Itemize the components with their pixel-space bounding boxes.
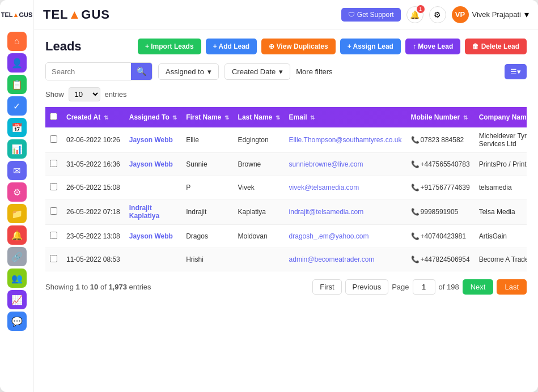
email-link[interactable]: Ellie.Thompson@southamtyres.co.uk bbox=[289, 136, 402, 144]
leads-table-wrapper: Created At ⇅ Assigned To ⇅ First Name ⇅ … bbox=[45, 107, 527, 271]
support-icon[interactable]: 💬 bbox=[7, 312, 27, 331]
notifications-button[interactable]: 🔔 1 bbox=[406, 6, 423, 23]
chevron-down-icon: ▾ bbox=[279, 67, 283, 76]
more-filters-link[interactable]: More filters bbox=[296, 67, 332, 76]
col-mobile: Mobile Number ⇅ bbox=[406, 107, 475, 127]
assign-lead-button[interactable]: + Assign Lead bbox=[340, 39, 401, 54]
cell-first-name: Indrajit bbox=[181, 199, 233, 225]
cell-email[interactable]: vivek@telsamedia.com bbox=[285, 176, 406, 199]
cell-company: Telsa Media bbox=[475, 199, 527, 225]
view-duplicates-button[interactable]: ⊕ View Duplicates bbox=[261, 39, 335, 54]
user-name: Vivek Prajapati bbox=[472, 10, 521, 19]
first-page-button[interactable]: First bbox=[312, 279, 341, 295]
delete-lead-button[interactable]: 🗑 Delete Lead bbox=[465, 39, 527, 54]
cell-last-name: Browne bbox=[234, 153, 285, 176]
cell-first-name: Ellie bbox=[181, 127, 233, 153]
cell-created-at: 11-05-2022 08:53 bbox=[62, 248, 125, 271]
leads-icon[interactable]: 📋 bbox=[7, 75, 27, 94]
cell-assigned-to bbox=[125, 176, 181, 199]
col-assigned-to: Assigned To ⇅ bbox=[125, 107, 181, 127]
cell-mobile: 📞+447824506954 bbox=[406, 248, 475, 271]
table-row: 26-05-2022 15:08 P Vivek vivek@telsamedi… bbox=[45, 176, 527, 199]
row-checkbox[interactable] bbox=[50, 207, 57, 215]
page-header: Leads + Import Leads + Add Lead ⊕ View D… bbox=[45, 39, 527, 54]
row-checkbox[interactable] bbox=[50, 160, 57, 167]
emails-icon[interactable]: ✉ bbox=[7, 161, 27, 180]
table-row: 11-05-2022 08:53 Hrishi admin@becomeatra… bbox=[45, 248, 527, 271]
settings-icon[interactable]: ⚙ bbox=[7, 182, 27, 202]
sidebar: TEL▲GUS ⌂ 👤 📋 ✓ 📅 📊 ✉ ⚙ 📁 🔔 🔗 👥 📈 💬 bbox=[0, 0, 34, 392]
search-button[interactable]: 🔍 bbox=[131, 63, 152, 80]
search-input[interactable] bbox=[46, 63, 131, 80]
row-checkbox[interactable] bbox=[50, 135, 57, 143]
cell-company: telsamedia bbox=[475, 176, 527, 199]
row-checkbox[interactable] bbox=[50, 183, 57, 190]
email-link[interactable]: indrajit@telsamedia.com bbox=[289, 208, 364, 216]
support-icon-small: 🛡 bbox=[348, 11, 355, 19]
col-email: Email ⇅ bbox=[285, 107, 406, 127]
prev-page-button[interactable]: Previous bbox=[345, 279, 389, 295]
cell-created-at: 02-06-2022 10:26 bbox=[62, 127, 125, 153]
filter-bar: 🔍 Assigned to ▾ Created Date ▾ More filt… bbox=[45, 62, 527, 80]
cell-mobile: 📞9998591905 bbox=[406, 199, 475, 225]
content-area: Leads + Import Leads + Add Lead ⊕ View D… bbox=[34, 29, 538, 392]
contacts-icon[interactable]: 👤 bbox=[7, 53, 27, 73]
settings-button[interactable]: ⚙ bbox=[429, 6, 446, 23]
assigned-to-filter[interactable]: Assigned to ▾ bbox=[158, 63, 219, 80]
calendar-icon[interactable]: 📅 bbox=[7, 118, 27, 137]
pagination-controls: First Previous Page of 198 Next Last bbox=[312, 279, 527, 295]
cell-email[interactable]: Ellie.Thompson@southamtyres.co.uk bbox=[285, 127, 406, 153]
select-all-checkbox[interactable] bbox=[50, 113, 57, 120]
table-row: 31-05-2022 16:36 Jayson Webb Sunnie Brow… bbox=[45, 153, 527, 176]
avatar: VP bbox=[452, 6, 469, 23]
chevron-down-icon: ▾ bbox=[524, 9, 529, 20]
entries-select[interactable]: 10 25 50 100 bbox=[69, 87, 100, 101]
cell-email[interactable]: indrajit@telsamedia.com bbox=[285, 199, 406, 225]
cell-email[interactable]: dragosh_.em@yahoo.com bbox=[285, 225, 406, 248]
cell-email[interactable]: sunniebrowne@live.com bbox=[285, 153, 406, 176]
cell-created-at: 26-05-2022 07:18 bbox=[62, 199, 125, 225]
user-menu[interactable]: VP Vivek Prajapati ▾ bbox=[452, 6, 529, 23]
cell-assigned-to: Jayson Webb bbox=[125, 225, 181, 248]
cell-first-name: Sunnie bbox=[181, 153, 233, 176]
topbar-right: 🛡 Get Support 🔔 1 ⚙ VP Vivek Prajapati ▾ bbox=[341, 6, 529, 23]
notifications-icon[interactable]: 🔔 bbox=[7, 225, 27, 245]
row-checkbox[interactable] bbox=[50, 232, 57, 239]
reports-icon[interactable]: 📊 bbox=[7, 139, 27, 159]
add-lead-button[interactable]: + Add Lead bbox=[206, 39, 257, 54]
home-icon[interactable]: ⌂ bbox=[7, 32, 27, 51]
page-number-input[interactable] bbox=[413, 279, 435, 295]
cell-email[interactable]: admin@becomeatrader.com bbox=[285, 248, 406, 271]
created-date-filter[interactable]: Created Date ▾ bbox=[224, 63, 290, 80]
row-checkbox[interactable] bbox=[50, 255, 57, 262]
next-page-button[interactable]: Next bbox=[463, 279, 494, 295]
table-row: 26-05-2022 07:18 Indrajit Kaplatiya Indr… bbox=[45, 199, 527, 225]
email-link[interactable]: dragosh_.em@yahoo.com bbox=[289, 232, 369, 240]
chevron-down-icon: ▾ bbox=[207, 67, 211, 76]
move-lead-button[interactable]: ↑ Move Lead bbox=[405, 39, 460, 54]
cell-assigned-to: Indrajit Kaplatiya bbox=[125, 199, 181, 225]
page-label: Page bbox=[392, 283, 409, 291]
tasks-icon[interactable]: ✓ bbox=[7, 96, 27, 116]
view-toggle-button[interactable]: ☰▾ bbox=[505, 64, 527, 79]
email-link[interactable]: admin@becomeatrader.com bbox=[289, 255, 375, 263]
email-link[interactable]: vivek@telsamedia.com bbox=[289, 184, 359, 191]
pagination-row: Showing 1 to 10 of 1,973 entries First P… bbox=[45, 279, 527, 295]
last-page-button[interactable]: Last bbox=[497, 279, 527, 295]
col-last-name: Last Name ⇅ bbox=[234, 107, 285, 127]
email-link[interactable]: sunniebrowne@live.com bbox=[289, 160, 363, 168]
get-support-button[interactable]: 🛡 Get Support bbox=[341, 8, 401, 22]
cell-mobile: 📞+917567774639 bbox=[406, 176, 475, 199]
import-leads-button[interactable]: + Import Leads bbox=[138, 39, 201, 54]
col-company: Company Name ⇅ bbox=[475, 107, 527, 127]
documents-icon[interactable]: 📁 bbox=[7, 204, 27, 223]
notif-badge: 1 bbox=[417, 5, 425, 13]
analytics-icon[interactable]: 📈 bbox=[7, 290, 27, 309]
integrations-icon[interactable]: 🔗 bbox=[7, 247, 27, 266]
cell-assigned-to bbox=[125, 248, 181, 271]
of-pages: of 198 bbox=[439, 283, 459, 291]
users-icon[interactable]: 👥 bbox=[7, 269, 27, 288]
topbar: TEL▲GUS 🛡 Get Support 🔔 1 ⚙ VP Vivek Pra… bbox=[34, 0, 538, 29]
cell-last-name: Moldovan bbox=[234, 225, 285, 248]
cell-mobile: 📞+447565540783 bbox=[406, 153, 475, 176]
